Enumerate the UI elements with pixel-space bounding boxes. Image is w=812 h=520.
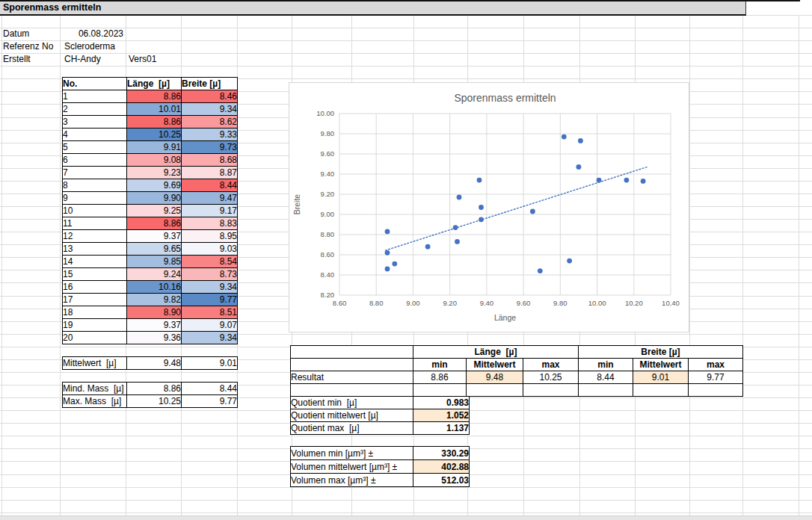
laenge-cell[interactable]: 9.90 — [127, 192, 182, 205]
row-number-cell[interactable]: 3 — [63, 116, 127, 129]
laenge-cell[interactable]: 10.01 — [127, 103, 182, 116]
breite-cell[interactable]: 8.83 — [182, 217, 238, 230]
mind-mass-label[interactable]: Mind. Mass [µ] — [63, 383, 127, 395]
results-empty-cell[interactable] — [291, 359, 413, 371]
results-laenge-max[interactable]: 10.25 — [523, 371, 579, 384]
row-number-cell[interactable]: 2 — [63, 103, 127, 116]
sheet-title-cell[interactable]: Sporenmass ermitteln — [0, 1, 746, 16]
row-number-cell[interactable]: 20 — [63, 332, 127, 344]
row-number-cell[interactable]: 8 — [63, 179, 127, 192]
row-number-cell[interactable]: 7 — [63, 167, 127, 179]
quotient-mittelwert-label[interactable]: Quotient mittelwert [µ] — [291, 409, 413, 422]
mittelwert-label[interactable]: Mittelwert [µ] — [63, 357, 127, 370]
erstellt-label[interactable]: Erstellt — [3, 53, 60, 66]
results-breite-mittelwert-header[interactable]: Mittelwert — [633, 359, 689, 371]
quotient-mittelwert-value[interactable]: 1.052 — [413, 409, 470, 422]
breite-cell[interactable]: 8.46 — [182, 90, 238, 103]
blank-cell[interactable] — [523, 384, 579, 397]
mittelwert-breite[interactable]: 9.01 — [182, 357, 238, 370]
row-number-cell[interactable]: 16 — [63, 281, 127, 294]
breite-cell[interactable]: 8.54 — [182, 256, 238, 268]
max-mass-label[interactable]: Max. Mass [µ] — [63, 395, 127, 408]
breite-cell[interactable]: 9.03 — [182, 243, 238, 256]
breite-cell[interactable]: 9.47 — [182, 192, 238, 205]
header-no[interactable]: No. — [63, 78, 127, 90]
laenge-cell[interactable]: 8.86 — [127, 116, 182, 129]
breite-cell[interactable]: 8.73 — [182, 268, 238, 281]
results-laenge-mittelwert-header[interactable]: Mittelwert — [467, 359, 523, 371]
results-breite-max[interactable]: 9.77 — [689, 371, 743, 384]
row-number-cell[interactable]: 9 — [63, 192, 127, 205]
referenz-label[interactable]: Referenz No — [3, 40, 61, 53]
breite-cell[interactable]: 9.07 — [182, 319, 238, 332]
laenge-cell[interactable]: 9.37 — [127, 230, 182, 243]
breite-cell[interactable]: 9.33 — [182, 129, 238, 141]
laenge-cell[interactable]: 10.25 — [127, 129, 182, 141]
laenge-cell[interactable]: 9.37 — [127, 319, 182, 332]
laenge-cell[interactable]: 9.23 — [127, 167, 182, 179]
laenge-cell[interactable]: 10.16 — [127, 281, 182, 294]
results-breite-min-header[interactable]: min — [579, 359, 633, 371]
referenz-value[interactable]: Scleroderma — [64, 40, 154, 53]
results-laenge-max-header[interactable]: max — [523, 359, 579, 371]
results-laenge-mittelwert[interactable]: 9.48 — [467, 371, 523, 384]
results-breite-mittelwert[interactable]: 9.01 — [633, 371, 689, 384]
volumen-max-label[interactable]: Volumen max [µm³] ± — [291, 474, 413, 487]
row-number-cell[interactable]: 15 — [63, 268, 127, 281]
breite-cell[interactable]: 9.17 — [182, 205, 238, 217]
laenge-cell[interactable]: 9.91 — [127, 141, 182, 154]
version-value[interactable]: Vers01 — [129, 53, 179, 66]
blank-cell[interactable] — [413, 384, 467, 397]
datum-label[interactable]: Datum — [3, 28, 60, 40]
volumen-mittelwert-label[interactable]: Volumen mittelwert [µm³] ± — [291, 460, 413, 474]
max-mass-breite[interactable]: 9.77 — [182, 395, 238, 408]
row-number-cell[interactable]: 12 — [63, 230, 127, 243]
laenge-cell[interactable]: 9.25 — [127, 205, 182, 217]
results-group-breite[interactable]: Breite [µ] — [579, 346, 743, 359]
breite-cell[interactable]: 8.87 — [182, 167, 238, 179]
row-number-cell[interactable]: 14 — [63, 256, 127, 268]
laenge-cell[interactable]: 9.36 — [127, 332, 182, 344]
results-row-label[interactable]: Resultat — [291, 371, 413, 384]
scatter-chart[interactable]: 8.608.809.009.209.409.609.8010.0010.2010… — [289, 82, 689, 332]
breite-cell[interactable]: 8.44 — [182, 179, 238, 192]
laenge-cell[interactable]: 9.85 — [127, 256, 182, 268]
blank-cell[interactable] — [689, 384, 743, 397]
laenge-cell[interactable]: 9.08 — [127, 154, 182, 167]
blank-cell[interactable] — [633, 384, 689, 397]
row-number-cell[interactable]: 13 — [63, 243, 127, 256]
results-laenge-min-header[interactable]: min — [413, 359, 467, 371]
row-number-cell[interactable]: 18 — [63, 306, 127, 319]
results-laenge-min[interactable]: 8.86 — [413, 371, 467, 384]
results-breite-max-header[interactable]: max — [689, 359, 743, 371]
breite-cell[interactable]: 8.95 — [182, 230, 238, 243]
results-corner-cell[interactable] — [291, 346, 413, 359]
breite-cell[interactable]: 9.34 — [182, 103, 238, 116]
blank-cell[interactable] — [467, 384, 523, 397]
volumen-min-label[interactable]: Volumen min [µm³] ± — [291, 447, 413, 460]
blank-cell[interactable] — [291, 384, 413, 397]
breite-cell[interactable]: 9.77 — [182, 294, 238, 306]
breite-cell[interactable]: 9.34 — [182, 281, 238, 294]
volumen-max-value[interactable]: 512.03 — [413, 474, 470, 487]
row-number-cell[interactable]: 4 — [63, 129, 127, 141]
row-number-cell[interactable]: 5 — [63, 141, 127, 154]
laenge-cell[interactable]: 9.65 — [127, 243, 182, 256]
laenge-cell[interactable]: 8.90 — [127, 306, 182, 319]
row-number-cell[interactable]: 1 — [63, 90, 127, 103]
erstellt-value[interactable]: CH-Andy — [64, 53, 124, 66]
max-mass-laenge[interactable]: 10.25 — [127, 395, 182, 408]
quotient-min-label[interactable]: Quotient min [µ] — [291, 397, 413, 409]
laenge-cell[interactable]: 8.86 — [127, 217, 182, 230]
row-number-cell[interactable]: 17 — [63, 294, 127, 306]
volumen-mittelwert-value[interactable]: 402.88 — [413, 460, 470, 474]
breite-cell[interactable]: 8.62 — [182, 116, 238, 129]
quotient-max-label[interactable]: Quotient max [µ] — [291, 422, 413, 435]
header-laenge[interactable]: Länge [µ] — [127, 78, 182, 90]
datum-value[interactable]: 06.08.2023 — [62, 28, 123, 40]
laenge-cell[interactable]: 9.69 — [127, 179, 182, 192]
row-number-cell[interactable]: 19 — [63, 319, 127, 332]
results-breite-min[interactable]: 8.44 — [579, 371, 633, 384]
breite-cell[interactable]: 8.51 — [182, 306, 238, 319]
breite-cell[interactable]: 8.68 — [182, 154, 238, 167]
